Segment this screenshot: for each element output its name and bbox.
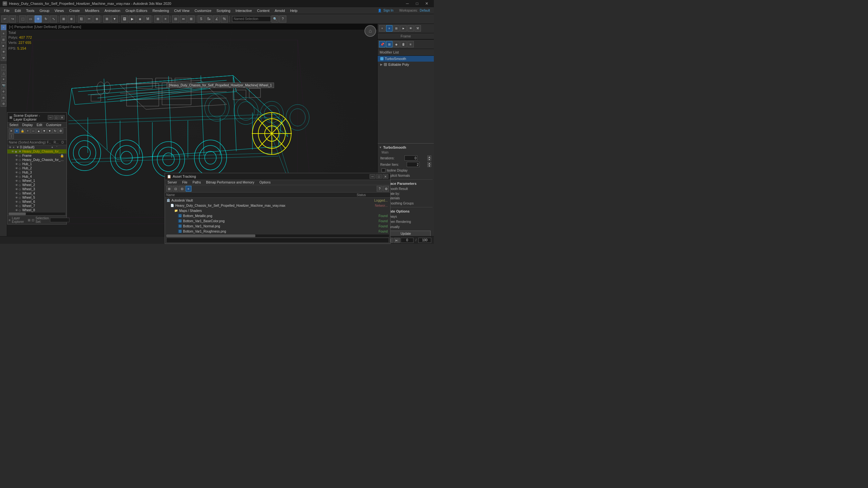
redo-button[interactable]: ↪ (9, 15, 16, 23)
vp-edged-faces[interactable]: [Edged Faces] (58, 25, 81, 29)
at-tb-5[interactable]: ? (377, 186, 382, 192)
keyboard-shortcut-editor-btn[interactable]: ? (279, 15, 286, 23)
at-menu-paths[interactable]: Paths (190, 180, 204, 185)
at-menu-bitmap-perf[interactable]: Bitmap Performance and Memory (204, 180, 257, 185)
anim-end-btn[interactable]: ▶| (394, 238, 400, 243)
se-item-frame[interactable]: 👁◇ Frame * 🔒 (7, 154, 66, 158)
hierarchy-btn[interactable]: ⊞ (103, 15, 111, 23)
turbosmooth-modifier[interactable]: TurboSmooth (378, 56, 434, 62)
search-btn[interactable]: 🔍 (272, 15, 279, 23)
se-item-wheel5[interactable]: 👁◇Wheel_5 (7, 195, 66, 200)
menu-civil-view[interactable]: Civil View (172, 7, 192, 14)
se-item-hub1[interactable]: 👁◇Hub_1 (7, 162, 66, 166)
at-tb-3[interactable]: ⊟ (179, 186, 185, 192)
render-iters-input[interactable] (407, 162, 420, 167)
sign-in-label[interactable]: Sign In (383, 9, 394, 12)
se-menu-select[interactable]: Select (7, 123, 20, 127)
shapes-tool[interactable]: △ (1, 70, 6, 76)
se-close-btn[interactable]: ✕ (59, 115, 65, 120)
close-button[interactable]: ✕ (422, 0, 431, 7)
viewport-home-button[interactable]: ⌂ (365, 25, 376, 37)
show-end-result-btn[interactable]: ⊞ (386, 41, 393, 47)
isoline-display-checkbox[interactable] (381, 168, 385, 172)
at-vault-item[interactable]: 🏦 Autodesk Vault Logged... (165, 198, 390, 203)
named-selection-input[interactable] (232, 16, 271, 22)
at-minimize-btn[interactable]: ─ (370, 174, 375, 179)
vp-user-defined[interactable]: [User Defined] (34, 25, 57, 29)
at-close-btn[interactable]: ✕ (382, 174, 388, 179)
rotate-btn[interactable]: ↻ (42, 15, 50, 23)
menu-views[interactable]: Views (52, 7, 66, 14)
maximize-button[interactable]: □ (412, 0, 422, 7)
active-shade-btn[interactable]: ◈ (136, 15, 144, 23)
menu-group[interactable]: Group (37, 7, 52, 14)
unlink-btn[interactable]: ✂ (86, 15, 93, 23)
mirror-btn[interactable]: ⇔ (180, 15, 187, 23)
se-selection-set-input[interactable] (50, 218, 69, 222)
se-sync-btn[interactable]: ↻ (53, 128, 58, 133)
se-scrollbar[interactable] (9, 213, 65, 215)
frame-input[interactable] (401, 238, 413, 243)
se-item-wheel8[interactable]: 👁◇Wheel_8 (7, 208, 66, 212)
se-layer-0[interactable]: 👁 ☀ ▼ 0 (default) ✦ * (7, 145, 66, 149)
titlebar-controls[interactable]: ─ □ ✕ (403, 0, 431, 7)
menu-scripting[interactable]: Scripting (214, 7, 233, 14)
iterations-input[interactable] (404, 156, 417, 161)
at-scrollbar[interactable] (166, 234, 389, 237)
render-iters-down[interactable]: ▼ (427, 164, 431, 167)
spacewarps-tool[interactable]: ⊛ (1, 95, 6, 101)
se-menu-customize[interactable]: Customize (44, 123, 63, 127)
se-minimize-btn[interactable]: ─ (48, 115, 53, 120)
menu-edit[interactable]: Edit (12, 7, 24, 14)
menu-animation[interactable]: Animation (102, 7, 123, 14)
turbosmooth-header[interactable]: ▼ TurboSmooth (379, 145, 433, 150)
create-tool[interactable]: + (1, 25, 6, 30)
at-folder-item[interactable]: 📁 Maps / Shaders (165, 208, 390, 213)
display-tab[interactable]: 👁 (407, 25, 414, 32)
se-item-wheel7[interactable]: 👁◇Wheel_7 (7, 204, 66, 208)
align-btn[interactable]: ⊟ (172, 15, 179, 23)
pivot-btn[interactable]: ⊕ (68, 15, 75, 23)
se-item-hub2[interactable]: 👁◇Hub_2 (7, 166, 66, 170)
display-tool[interactable]: 👁 (1, 49, 6, 55)
modify-tab[interactable]: ≡ (386, 25, 393, 32)
move-btn[interactable]: ✛ (35, 15, 42, 23)
reference-coord-btn[interactable]: ⊞ (60, 15, 67, 23)
se-maximize-btn[interactable]: □ (54, 115, 59, 120)
se-item-wheel1[interactable]: 👁◇Wheel_1 (7, 179, 66, 183)
se-item-hdc[interactable]: 👁◇ Heavy_Duty_Chassis_for_Self_Propelled… (7, 158, 66, 162)
se-filter-btn[interactable]: ▼ (47, 128, 52, 133)
workspaces-default[interactable]: Default (420, 9, 430, 12)
modify-tool[interactable]: ≡ (1, 31, 6, 36)
utilities-tab[interactable]: ⚒ (414, 25, 421, 32)
menu-modifiers[interactable]: Modifiers (82, 7, 102, 14)
menu-customize[interactable]: Customize (192, 7, 214, 14)
at-tb-2[interactable]: ⊡ (173, 186, 179, 192)
cameras-tool[interactable]: 📷 (1, 83, 6, 88)
snap-2d-btn[interactable]: S (197, 15, 205, 23)
motion-tab[interactable]: ► (400, 25, 407, 32)
configure-modifier-sets-btn[interactable]: ≡ (407, 41, 414, 47)
menu-content[interactable]: Content (254, 7, 272, 14)
hierarchy-tab[interactable]: ⊞ (393, 25, 400, 32)
se-item-hub4[interactable]: 👁◇Hub_4 (7, 174, 66, 179)
se-add-layer-btn[interactable]: + (25, 128, 30, 133)
at-path-field[interactable] (166, 238, 389, 243)
menu-file[interactable]: File (1, 7, 12, 14)
render-setup-btn[interactable]: 🖼 (121, 15, 128, 23)
se-down-btn[interactable]: ▼ (42, 128, 47, 133)
filter-btn[interactable]: ▼ (111, 15, 118, 23)
se-item-wheel4[interactable]: 👁◇Wheel_4 (7, 191, 66, 195)
at-tb-6[interactable]: ⚙ (383, 186, 389, 192)
systems-tool[interactable]: ⚙ (1, 101, 6, 107)
vp-perspective[interactable]: Perspective (14, 25, 33, 29)
angle-snap-btn[interactable]: ∠ (213, 15, 220, 23)
menu-create[interactable]: Create (66, 7, 82, 14)
se-menu-display[interactable]: Display (20, 123, 35, 127)
menu-rendering[interactable]: Rendering (150, 7, 172, 14)
se-item-hub3[interactable]: 👁◇Hub_3 (7, 170, 66, 174)
helpers-tool[interactable]: ✛ (1, 89, 6, 95)
bind-space-warp-btn[interactable]: ⊗ (93, 15, 100, 23)
modifier-list-label[interactable]: Modifier List (378, 49, 434, 56)
se-del-layer-btn[interactable]: ─ (31, 128, 36, 133)
